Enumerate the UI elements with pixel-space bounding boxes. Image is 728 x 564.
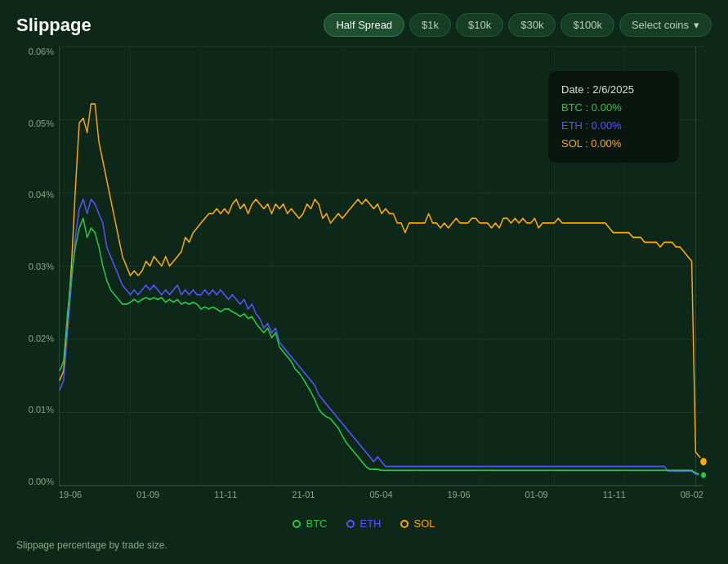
half-spread-button[interactable]: Half Spread (324, 13, 404, 37)
legend-eth: ETH (346, 517, 381, 530)
footnote: Slippage percentage by trade size. (16, 539, 712, 551)
tooltip-sol: SOL : 0.00% (561, 135, 666, 153)
y-axis: 0.06% 0.05% 0.04% 0.03% 0.02% 0.01% 0.00… (16, 47, 59, 486)
tooltip-date: Date : 2/6/2025 (561, 81, 666, 99)
10k-button[interactable]: $10k (456, 13, 503, 37)
eth-legend-label: ETH (360, 517, 381, 530)
chart-header: Slippage Half Spread $1k $10k $30k $100k… (16, 13, 712, 37)
btc-legend-label: BTC (306, 517, 327, 530)
chart-tooltip: Date : 2/6/2025 BTC : 0.00% ETH : 0.00% … (548, 71, 679, 163)
select-coins-button[interactable]: Select coins ▾ (619, 13, 712, 37)
x-axis: 19-06 01-09 11-11 21-01 05-04 19-06 01-0… (59, 486, 703, 511)
30k-button[interactable]: $30k (508, 13, 556, 37)
tooltip-btc: BTC : 0.00% (561, 99, 666, 117)
svg-point-19 (700, 471, 707, 478)
100k-button[interactable]: $100k (561, 13, 614, 37)
chart-wrapper: 0.06% 0.05% 0.04% 0.03% 0.02% 0.01% 0.00… (16, 47, 712, 511)
legend-btc: BTC (293, 517, 327, 530)
chart-area: 0.06% 0.05% 0.04% 0.03% 0.02% 0.01% 0.00… (16, 47, 712, 511)
chart-plot: Date : 2/6/2025 BTC : 0.00% ETH : 0.00% … (59, 47, 703, 486)
sol-legend-dot (400, 520, 409, 528)
controls-bar: Half Spread $1k $10k $30k $100k Select c… (324, 13, 712, 37)
legend-sol: SOL (400, 517, 435, 530)
1k-button[interactable]: $1k (409, 13, 451, 37)
chart-legend: BTC ETH SOL (16, 517, 712, 530)
chevron-down-icon: ▾ (694, 19, 699, 31)
svg-point-17 (699, 457, 708, 467)
sol-legend-label: SOL (413, 517, 435, 530)
eth-legend-dot (346, 520, 355, 528)
page-title: Slippage (16, 15, 92, 36)
tooltip-eth: ETH : 0.00% (561, 117, 666, 135)
btc-legend-dot (293, 520, 301, 528)
